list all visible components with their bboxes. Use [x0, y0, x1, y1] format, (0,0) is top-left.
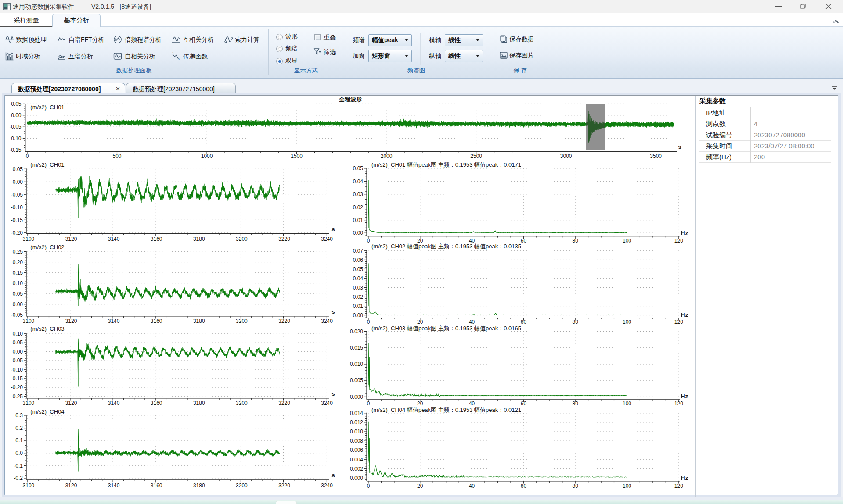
svg-text:0.03: 0.03: [353, 191, 364, 197]
svg-text:0.010: 0.010: [350, 429, 363, 435]
svg-text:3140: 3140: [108, 318, 120, 324]
svg-text:Hz: Hz: [681, 475, 688, 481]
svg-text:-0.2: -0.2: [14, 475, 23, 481]
svg-text:3220: 3220: [278, 318, 290, 324]
svg-text:3200: 3200: [236, 318, 248, 324]
svg-text:3140: 3140: [108, 236, 120, 242]
svg-text:3100: 3100: [23, 400, 35, 406]
svg-text:(m/s2) CH04 幅值peak图 主频：0.1953: (m/s2) CH04 幅值peak图 主频：0.1953 幅值peak：0.0…: [371, 407, 521, 413]
svg-text:3160: 3160: [151, 318, 162, 324]
svg-text:-0.15: -0.15: [9, 147, 22, 153]
svg-text:(m/s2) CH02: (m/s2) CH02: [30, 244, 64, 250]
svg-text:60: 60: [521, 319, 527, 325]
svg-text:120: 120: [674, 483, 683, 489]
svg-text:60: 60: [521, 483, 527, 489]
svg-text:40: 40: [469, 400, 475, 407]
svg-text:0: 0: [367, 400, 370, 407]
svg-text:0.06: 0.06: [353, 257, 364, 263]
svg-text:3200: 3200: [236, 236, 248, 242]
svg-text:0.05: 0.05: [11, 101, 22, 107]
svg-text:3120: 3120: [65, 236, 77, 242]
svg-text:0.00: 0.00: [13, 179, 23, 185]
svg-text:0.012: 0.012: [350, 419, 363, 425]
svg-text:Hz: Hz: [681, 230, 688, 236]
svg-text:3220: 3220: [278, 483, 290, 489]
svg-text:-0.10: -0.10: [11, 367, 23, 373]
svg-text:3220: 3220: [278, 400, 290, 406]
svg-text:(m/s2) CH01: (m/s2) CH01: [30, 104, 64, 111]
svg-text:s: s: [331, 472, 335, 479]
svg-text:0.05: 0.05: [13, 291, 23, 297]
svg-text:-0.20: -0.20: [11, 384, 23, 390]
svg-text:0.20: 0.20: [13, 259, 23, 265]
svg-text:0: 0: [367, 483, 370, 489]
svg-text:80: 80: [573, 238, 579, 244]
svg-text:0.005: 0.005: [350, 377, 363, 383]
svg-text:60: 60: [521, 400, 527, 407]
svg-text:0.00: 0.00: [11, 112, 22, 118]
svg-text:3180: 3180: [193, 236, 205, 242]
svg-text:(m/s2) CH01: (m/s2) CH01: [30, 161, 64, 168]
svg-text:-0.05: -0.05: [11, 312, 23, 318]
svg-text:3240: 3240: [321, 318, 333, 324]
svg-text:(m/s2) CH04: (m/s2) CH04: [30, 408, 64, 415]
svg-text:1500: 1500: [291, 153, 303, 159]
svg-text:Hz: Hz: [681, 311, 688, 318]
svg-text:3140: 3140: [108, 400, 120, 406]
svg-text:3160: 3160: [151, 400, 162, 406]
svg-text:0.2: 0.2: [15, 425, 23, 431]
svg-text:0.004: 0.004: [350, 457, 363, 463]
svg-text:-0.1: -0.1: [14, 463, 23, 469]
svg-text:s: s: [331, 226, 335, 232]
svg-text:2000: 2000: [381, 153, 393, 159]
svg-text:3120: 3120: [65, 318, 77, 324]
svg-text:0.014: 0.014: [350, 410, 363, 416]
svg-text:3220: 3220: [278, 236, 290, 242]
svg-text:80: 80: [573, 483, 579, 489]
svg-text:全程波形: 全程波形: [339, 96, 362, 103]
svg-text:0.00: 0.00: [353, 230, 364, 236]
svg-text:0.02: 0.02: [353, 204, 364, 211]
svg-text:3240: 3240: [321, 236, 333, 242]
svg-text:3500: 3500: [650, 153, 662, 159]
svg-text:0.015: 0.015: [350, 345, 363, 351]
svg-text:0.04: 0.04: [353, 275, 364, 282]
svg-text:0.000: 0.000: [350, 475, 363, 481]
svg-text:120: 120: [674, 319, 683, 325]
svg-text:3120: 3120: [65, 483, 77, 489]
svg-text:0.1: 0.1: [15, 437, 23, 443]
svg-text:0.00: 0.00: [13, 349, 23, 355]
svg-text:s: s: [678, 143, 681, 150]
svg-text:0.05: 0.05: [13, 166, 23, 172]
svg-text:0.008: 0.008: [350, 438, 363, 444]
svg-text:60: 60: [521, 238, 527, 244]
svg-text:-0.20: -0.20: [11, 230, 23, 236]
svg-text:3240: 3240: [321, 483, 333, 489]
svg-text:3120: 3120: [65, 400, 77, 406]
svg-text:0.10: 0.10: [13, 331, 23, 337]
svg-text:0.006: 0.006: [350, 447, 363, 453]
svg-text:0.000: 0.000: [350, 394, 363, 400]
svg-text:3200: 3200: [236, 483, 248, 489]
svg-text:20: 20: [417, 400, 423, 407]
svg-text:3180: 3180: [193, 400, 205, 406]
svg-text:0.01: 0.01: [353, 217, 364, 223]
svg-text:0: 0: [367, 319, 370, 325]
svg-text:0.25: 0.25: [13, 249, 23, 255]
svg-text:0.05: 0.05: [353, 266, 364, 272]
svg-text:-0.15: -0.15: [11, 375, 23, 382]
svg-text:0.01: 0.01: [353, 303, 364, 309]
svg-text:500: 500: [112, 153, 121, 159]
svg-text:(m/s2) CH03 幅值peak图 主频：0.1953: (m/s2) CH03 幅值peak图 主频：0.1953 幅值peak：0.0…: [371, 325, 521, 332]
svg-text:0.00: 0.00: [13, 301, 23, 307]
svg-text:3100: 3100: [23, 318, 35, 324]
svg-text:0.05: 0.05: [13, 340, 23, 346]
svg-text:0.15: 0.15: [13, 270, 23, 276]
svg-text:(m/s2) CH02 幅值peak图 主频：0.1953: (m/s2) CH02 幅值peak图 主频：0.1953 幅值peak：0.0…: [371, 243, 521, 250]
svg-text:0: 0: [26, 153, 29, 159]
svg-text:0: 0: [367, 238, 370, 244]
svg-text:(m/s2) CH01 幅值peak图 主频：0.1953: (m/s2) CH01 幅值peak图 主频：0.1953 幅值peak：0.0…: [371, 161, 521, 168]
svg-text:120: 120: [674, 238, 683, 244]
svg-text:0.10: 0.10: [13, 280, 23, 286]
svg-text:20: 20: [417, 319, 423, 325]
